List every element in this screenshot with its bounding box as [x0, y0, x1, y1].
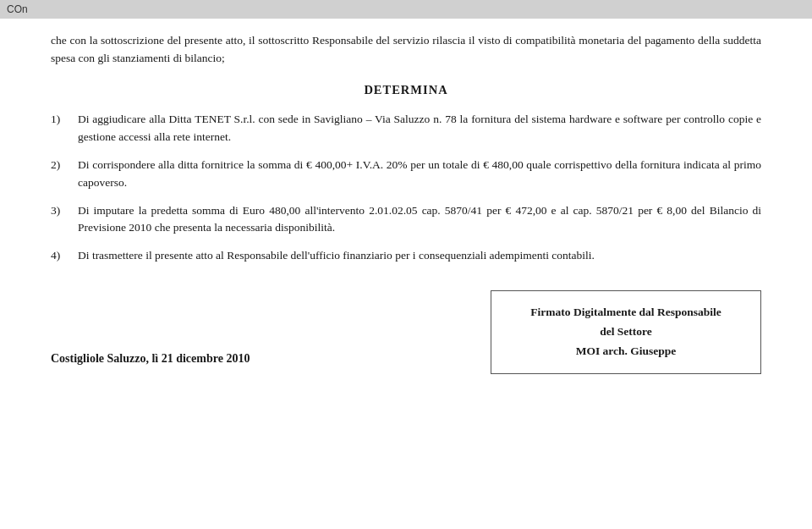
top-bar-label: COn [7, 3, 28, 15]
content: che con la sottoscrizione del presente a… [51, 32, 761, 374]
item-text-3: Di imputare la predetta somma di Euro 48… [78, 202, 761, 238]
signature-line2: del Settore [600, 325, 652, 338]
page: COn che con la sottoscrizione del presen… [0, 0, 812, 529]
city-date: Costigliole Saluzzo, lì 21 dicembre 2010 [51, 352, 250, 374]
signature-line3: MOI arch. Giuseppe [576, 344, 677, 357]
item-text-4: Di trasmettere il presente atto al Respo… [78, 247, 761, 265]
signature-line1: Firmato Digitalmente dal Responsabile [530, 306, 721, 318]
item-text-2: Di corrispondere alla ditta fornitrice l… [78, 157, 761, 192]
item-number-1: 1) [51, 111, 78, 129]
determina-title: DETERMINA [51, 83, 761, 97]
top-bar: COn [0, 0, 812, 19]
signature-box: Firmato Digitalmente dal Responsabile de… [491, 290, 761, 374]
list-item: 3)Di imputare la predetta somma di Euro … [51, 202, 761, 238]
list-item: 1)Di aggiudicare alla Ditta TENET S.r.l.… [51, 111, 761, 146]
item-list: 1)Di aggiudicare alla Ditta TENET S.r.l.… [51, 111, 761, 265]
signature-section: Costigliole Saluzzo, lì 21 dicembre 2010… [51, 290, 761, 374]
item-text-1: Di aggiudicare alla Ditta TENET S.r.l. c… [78, 111, 761, 146]
list-item: 2)Di corrispondere alla ditta fornitrice… [51, 157, 761, 192]
item-number-3: 3) [51, 202, 78, 220]
intro-paragraph: che con la sottoscrizione del presente a… [51, 32, 761, 68]
item-number-2: 2) [51, 157, 78, 174]
list-item: 4)Di trasmettere il presente atto al Res… [51, 247, 761, 265]
item-number-4: 4) [51, 247, 78, 265]
